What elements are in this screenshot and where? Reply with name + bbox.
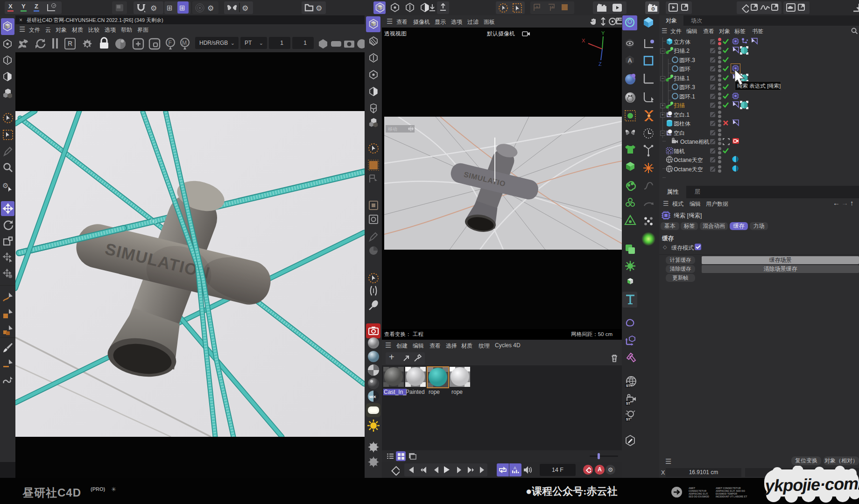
svg-text:Y: Y xyxy=(601,30,605,36)
svg-text:⚙: ⚙ xyxy=(2,182,8,189)
svg-text:ST: ST xyxy=(626,418,631,421)
svg-text:F: F xyxy=(169,40,172,46)
svg-text:Z: Z xyxy=(598,61,602,67)
svg-text:X: X xyxy=(582,38,585,43)
svg-text:移动: 移动 xyxy=(388,126,397,132)
svg-text:M: M xyxy=(182,40,187,46)
svg-text:⚙: ⚙ xyxy=(651,6,655,12)
svg-text:A: A xyxy=(514,466,516,470)
svg-text:ST: ST xyxy=(626,402,631,405)
svg-text:ST: ST xyxy=(626,384,631,387)
svg-text:MIX: MIX xyxy=(369,395,376,399)
svg-text:A: A xyxy=(628,57,633,64)
